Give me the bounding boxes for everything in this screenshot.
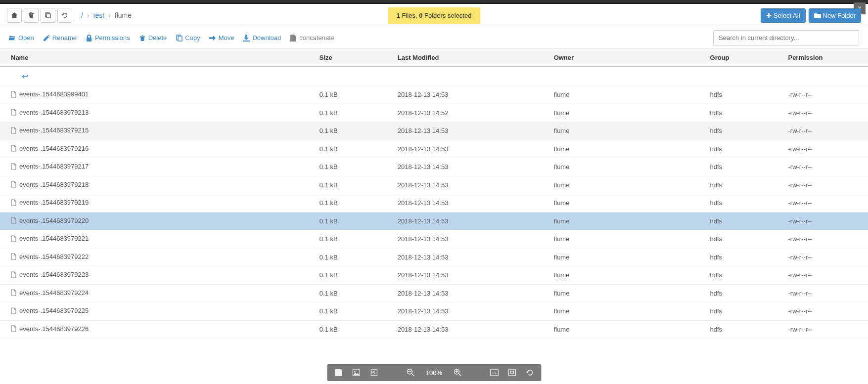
download-action[interactable]: Download xyxy=(243,34,281,42)
lock-icon xyxy=(86,35,92,42)
file-group: hdfs xyxy=(703,86,781,104)
copy-action[interactable]: Copy xyxy=(176,34,200,42)
file-owner: flume xyxy=(547,140,703,158)
file-name-cell: events-.1544683999401 xyxy=(11,90,89,98)
file-owner: flume xyxy=(547,176,703,194)
file-permission: -rw-r--r-- xyxy=(781,284,868,302)
table-row[interactable]: events-.15446839792260.1 kB2018-12-13 14… xyxy=(0,320,868,339)
select-all-button[interactable]: ✚ Select All xyxy=(761,8,805,23)
file-icon xyxy=(11,253,16,260)
history-button[interactable] xyxy=(41,8,55,23)
file-owner: flume xyxy=(547,302,703,321)
file-name-text: events-.1544683979215 xyxy=(19,127,89,134)
col-owner[interactable]: Owner xyxy=(547,49,703,67)
home-button[interactable] xyxy=(7,8,22,23)
file-text-icon xyxy=(290,35,297,42)
file-modified: 2018-12-13 14:53 xyxy=(391,320,547,339)
table-row[interactable]: events-.15446839994010.1 kB2018-12-13 14… xyxy=(0,86,868,104)
search-input[interactable] xyxy=(713,30,859,45)
file-icon xyxy=(11,91,16,98)
file-permission: -rw-r--r-- xyxy=(781,230,868,249)
file-name-cell: events-.1544683979225 xyxy=(11,307,89,314)
chevron-right-icon: › xyxy=(87,11,90,19)
col-group[interactable]: Group xyxy=(703,49,781,67)
table-row[interactable]: events-.15446839792130.1 kB2018-12-13 14… xyxy=(0,104,868,122)
actions-row: Open Rename Permissions Delete Copy Move… xyxy=(0,27,868,49)
file-size: 0.1 kB xyxy=(313,104,391,122)
table-row[interactable]: events-.15446839792210.1 kB2018-12-13 14… xyxy=(0,230,868,249)
col-name[interactable]: Name xyxy=(0,49,313,67)
refresh-icon xyxy=(61,12,68,19)
file-group: hdfs xyxy=(703,158,781,176)
trash-button[interactable] xyxy=(24,8,39,23)
file-name-text: events-.1544683979218 xyxy=(19,181,89,188)
file-icon xyxy=(11,181,16,188)
selection-badge: 1 Files, 0 Folders selected xyxy=(388,7,481,24)
table-row[interactable]: events-.15446839792230.1 kB2018-12-13 14… xyxy=(0,266,868,285)
file-group: hdfs xyxy=(703,176,781,194)
col-size[interactable]: Size xyxy=(313,49,391,67)
folders-count: 0 xyxy=(419,12,422,19)
table-row[interactable]: events-.15446839792250.1 kB2018-12-13 14… xyxy=(0,302,868,321)
table-row[interactable]: events-.15446839792160.1 kB2018-12-13 14… xyxy=(0,140,868,158)
refresh-button[interactable] xyxy=(57,8,72,23)
svg-rect-3 xyxy=(178,36,182,41)
permissions-action[interactable]: Permissions xyxy=(86,34,130,42)
concatenate-action[interactable]: concatenate xyxy=(290,34,334,42)
table-header-row: Name Size Last Modified Owner Group Perm… xyxy=(0,49,868,67)
file-name-cell: events-.1544683979218 xyxy=(11,181,89,188)
table-row[interactable]: events-.15446839792200.1 kB2018-12-13 14… xyxy=(0,212,868,230)
folder-icon xyxy=(814,12,821,18)
table-row[interactable]: events-.15446839792150.1 kB2018-12-13 14… xyxy=(0,122,868,140)
file-owner: flume xyxy=(547,122,703,140)
file-group: hdfs xyxy=(703,194,781,213)
file-icon xyxy=(11,307,16,314)
parent-dir-row[interactable]: ↩ xyxy=(0,67,868,86)
open-action[interactable]: Open xyxy=(9,34,34,42)
file-permission: -rw-r--r-- xyxy=(781,122,868,140)
navigation-row: / › test › flume 1 Files, 0 Folders sele… xyxy=(0,4,868,27)
table-row[interactable]: events-.15446839792170.1 kB2018-12-13 14… xyxy=(0,158,868,176)
file-owner: flume xyxy=(547,320,703,339)
file-owner: flume xyxy=(547,266,703,285)
col-modified[interactable]: Last Modified xyxy=(391,49,547,67)
move-action[interactable]: Move xyxy=(209,34,234,42)
breadcrumb-root[interactable]: / xyxy=(81,11,83,19)
table-row[interactable]: events-.15446839792190.1 kB2018-12-13 14… xyxy=(0,194,868,213)
table-row[interactable]: events-.15446839792220.1 kB2018-12-13 14… xyxy=(0,248,868,266)
file-owner: flume xyxy=(547,86,703,104)
file-modified: 2018-12-13 14:52 xyxy=(391,104,547,122)
svg-rect-1 xyxy=(46,14,50,18)
file-permission: -rw-r--r-- xyxy=(781,176,868,194)
file-modified: 2018-12-13 14:53 xyxy=(391,86,547,104)
col-permission[interactable]: Permission xyxy=(781,49,868,67)
breadcrumb-test[interactable]: test xyxy=(93,11,105,19)
file-modified: 2018-12-13 14:53 xyxy=(391,122,547,140)
file-icon xyxy=(11,145,16,152)
file-modified: 2018-12-13 14:53 xyxy=(391,176,547,194)
rename-action[interactable]: Rename xyxy=(43,34,77,42)
breadcrumb: / › test › flume xyxy=(79,11,132,19)
file-size: 0.1 kB xyxy=(313,302,391,321)
file-group: hdfs xyxy=(703,266,781,285)
table-row[interactable]: events-.15446839792180.1 kB2018-12-13 14… xyxy=(0,176,868,194)
new-folder-button[interactable]: New Folder xyxy=(809,8,861,23)
file-name-text: events-.1544683979223 xyxy=(19,271,89,278)
file-name-cell: events-.1544683979220 xyxy=(11,217,89,224)
file-name-text: events-.1544683979213 xyxy=(19,109,89,116)
file-modified: 2018-12-13 14:53 xyxy=(391,248,547,266)
table-row[interactable]: events-.15446839792240.1 kB2018-12-13 14… xyxy=(0,284,868,302)
file-permission: -rw-r--r-- xyxy=(781,212,868,230)
file-permission: -rw-r--r-- xyxy=(781,104,868,122)
file-size: 0.1 kB xyxy=(313,86,391,104)
delete-action[interactable]: Delete xyxy=(139,34,167,42)
file-group: hdfs xyxy=(703,212,781,230)
file-icon xyxy=(11,127,16,134)
download-icon xyxy=(243,35,250,42)
file-name-text: events-.1544683979224 xyxy=(19,289,89,297)
file-size: 0.1 kB xyxy=(313,266,391,285)
file-owner: flume xyxy=(547,104,703,122)
file-icon xyxy=(11,235,16,242)
file-name-cell: events-.1544683979222 xyxy=(11,253,89,260)
copy-icon xyxy=(45,12,51,19)
